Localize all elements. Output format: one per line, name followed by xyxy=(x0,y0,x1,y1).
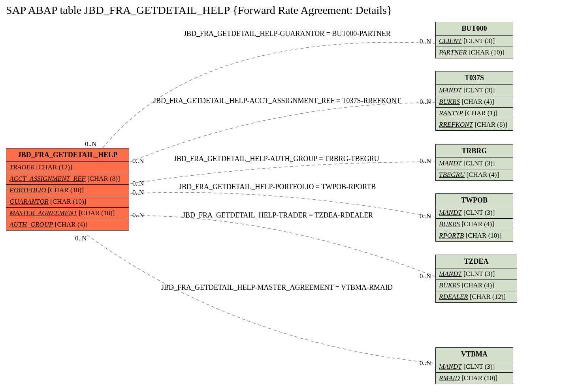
field-name: RREFKONT xyxy=(439,121,473,128)
table-row: RREFKONT [CHAR (8)] xyxy=(436,119,513,130)
field-type: [CHAR (4)] xyxy=(55,221,88,228)
field-name: CLIENT xyxy=(439,37,462,45)
field-name: GUARANTOR xyxy=(9,198,49,205)
table-row: RPORTB [CHAR (10)] xyxy=(436,230,513,241)
table-row: CLIENT [CLNT (3)] xyxy=(436,36,513,47)
table-row: MANDT [CLNT (3)] xyxy=(436,207,513,219)
table-row: MASTER_AGREEMENT [CHAR (10)] xyxy=(6,208,129,219)
field-name: RMAID xyxy=(439,374,460,382)
field-name: MANDT xyxy=(439,209,462,216)
table-row: TRADER [CHAR (12)] xyxy=(6,162,129,173)
table-row: MANDT [CLNT (3)] xyxy=(436,85,513,96)
field-type: [CHAR (4)] xyxy=(461,281,494,289)
field-name: RPORTB xyxy=(439,232,464,239)
ref-table-header: BUT000 xyxy=(436,22,513,36)
field-type: [CLNT (3)] xyxy=(463,159,495,167)
field-name: MASTER_AGREEMENT xyxy=(9,209,77,217)
table-row: RMAID [CHAR (10)] xyxy=(436,373,513,384)
ref-table-header: TRBRG xyxy=(436,144,513,158)
edge-label: JBD_FRA_GETDETAIL_HELP-PORTFOLIO = TWPOB… xyxy=(179,183,376,191)
field-type: [CHAR (8)] xyxy=(474,121,507,128)
field-type: [CHAR (10)] xyxy=(469,49,505,56)
main-table-header: JBD_FRA_GETDETAIL_HELP xyxy=(6,148,129,162)
field-type: [CHAR (4)] xyxy=(461,220,494,228)
cardinality-label: 0..N xyxy=(420,157,431,165)
cardinality-label: 0..N xyxy=(132,189,144,197)
table-row: RANTYP [CHAR (1)] xyxy=(436,108,513,119)
field-type: [CHAR (1)] xyxy=(465,109,498,117)
ref-table-header: TWPOB xyxy=(436,194,513,207)
cardinality-label: 0..N xyxy=(132,157,144,165)
table-row: MANDT [CLNT (3)] xyxy=(436,361,513,373)
field-type: [CLNT (3)] xyxy=(463,37,495,45)
field-name: MANDT xyxy=(439,159,462,167)
ref-table-header: VTBMA xyxy=(436,348,513,361)
table-row: PARTNER [CHAR (10)] xyxy=(436,47,513,58)
edge-label: JBD_FRA_GETDETAIL_HELP-TRADER = TZDEA-RD… xyxy=(183,211,373,219)
field-name: PARTNER xyxy=(439,49,467,56)
ref-table-header: T037S xyxy=(436,71,513,85)
cardinality-label: 0..N xyxy=(132,211,144,219)
ref-table-trbrg: TRBRG MANDT [CLNT (3)] TBEGRU [CHAR (4)] xyxy=(435,144,513,181)
field-name: BUKRS xyxy=(439,220,460,228)
field-type: [CHAR (4)] xyxy=(466,171,499,178)
field-type: [CHAR (4)] xyxy=(461,98,494,105)
cardinality-label: 0..N xyxy=(85,140,96,148)
ref-table-twpob: TWPOB MANDT [CLNT (3)] BUKRS [CHAR (4)] … xyxy=(435,193,513,242)
main-table: JBD_FRA_GETDETAIL_HELP TRADER [CHAR (12)… xyxy=(6,148,129,231)
field-name: BUKRS xyxy=(439,98,460,105)
field-type: [CHAR (12)] xyxy=(470,293,506,300)
field-type: [CHAR (12)] xyxy=(36,163,72,171)
table-row: AUTH_GROUP [CHAR (4)] xyxy=(6,219,129,230)
edge-label: JBD_FRA_GETDETAIL_HELP-GUARANTOR = BUT00… xyxy=(184,30,391,38)
edge-label: JBD_FRA_GETDETAIL_HELP-AUTH_GROUP = TRBR… xyxy=(174,155,379,163)
cardinality-label: 0..N xyxy=(420,212,431,220)
field-type: [CHAR (10)] xyxy=(50,198,86,205)
cardinality-label: 0..N xyxy=(420,359,431,367)
field-name: TBEGRU xyxy=(439,171,465,178)
field-type: [CHAR (8)] xyxy=(87,175,120,182)
edge-label: JBD_FRA_GETDETAIL_HELP-ACCT_ASSIGNMENT_R… xyxy=(153,97,401,105)
table-row: BUKRS [CHAR (4)] xyxy=(436,96,513,108)
field-type: [CLNT (3)] xyxy=(463,270,495,278)
field-name: MANDT xyxy=(439,86,462,94)
field-type: [CHAR (10)] xyxy=(466,232,502,239)
table-row: BUKRS [CHAR (4)] xyxy=(436,280,517,291)
field-name: AUTH_GROUP xyxy=(9,221,53,228)
ref-table-header: TZDEA xyxy=(436,255,517,268)
cardinality-label: 0..N xyxy=(132,180,144,188)
ref-table-t037s: T037S MANDT [CLNT (3)] BUKRS [CHAR (4)] … xyxy=(435,71,513,131)
ref-table-but000: BUT000 CLIENT [CLNT (3)] PARTNER [CHAR (… xyxy=(435,22,513,58)
ref-table-vtbma: VTBMA MANDT [CLNT (3)] RMAID [CHAR (10)] xyxy=(435,347,513,384)
field-name: MANDT xyxy=(439,270,462,278)
cardinality-label: 0..N xyxy=(420,38,431,45)
table-row: GUARANTOR [CHAR (10)] xyxy=(6,196,129,208)
table-row: TBEGRU [CHAR (4)] xyxy=(436,169,513,180)
page-title: SAP ABAP table JBD_FRA_GETDETAIL_HELP {F… xyxy=(6,4,392,17)
cardinality-label: 0..N xyxy=(420,272,431,280)
table-row: MANDT [CLNT (3)] xyxy=(436,268,517,280)
field-name: MANDT xyxy=(439,363,462,370)
field-type: [CHAR (10)] xyxy=(79,209,115,217)
table-row: RDEALER [CHAR (12)] xyxy=(436,291,517,302)
field-name: TRADER xyxy=(9,163,34,171)
field-type: [CHAR (10)] xyxy=(461,374,497,382)
field-name: RANTYP xyxy=(439,109,463,117)
field-type: [CLNT (3)] xyxy=(463,363,495,370)
field-name: RDEALER xyxy=(439,293,468,300)
field-name: BUKRS xyxy=(439,281,460,289)
field-type: [CLNT (3)] xyxy=(463,86,495,94)
table-row: BUKRS [CHAR (4)] xyxy=(436,219,513,230)
field-name: PORTFOLIO xyxy=(9,186,46,194)
field-type: [CLNT (3)] xyxy=(463,209,495,216)
cardinality-label: 0..N xyxy=(75,234,87,242)
field-type: [CHAR (10)] xyxy=(48,186,84,194)
cardinality-label: 0..N xyxy=(420,98,431,106)
ref-table-tzdea: TZDEA MANDT [CLNT (3)] BUKRS [CHAR (4)] … xyxy=(435,255,517,303)
field-name: ACCT_ASSIGNMENT_REF xyxy=(9,175,86,182)
table-row: PORTFOLIO [CHAR (10)] xyxy=(6,185,129,196)
table-row: MANDT [CLNT (3)] xyxy=(436,158,513,169)
edge-label: JBD_FRA_GETDETAIL_HELP-MASTER_AGREEMENT … xyxy=(161,283,393,292)
table-row: ACCT_ASSIGNMENT_REF [CHAR (8)] xyxy=(6,173,129,185)
